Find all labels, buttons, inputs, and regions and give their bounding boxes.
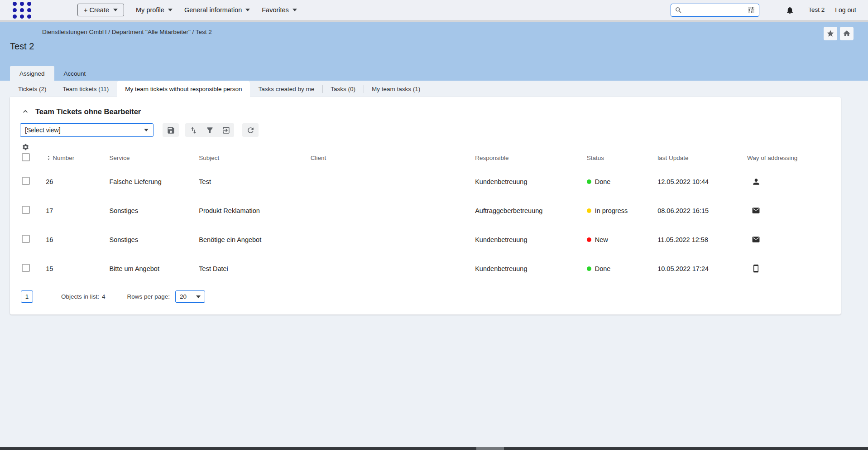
status-dot [587,208,591,213]
save-icon [167,126,175,135]
subtab-tasks-created-by-me[interactable]: Tasks created by me [250,81,322,97]
search-box[interactable] [671,4,759,17]
row-checkbox[interactable] [22,206,30,214]
cell-last-update: 10.05.2022 17:24 [657,254,747,283]
ticket-list-card: Team Tickets ohne Bearbeiter [Select vie… [10,97,841,315]
rows-per-page-select[interactable]: 20 [175,290,205,303]
cell-number: 16 [46,225,109,254]
subtab-my-team-tasks[interactable]: My team tasks (1) [364,81,428,97]
chevron-down-icon [168,9,173,11]
cell-client [311,254,475,283]
menu-favorites[interactable]: Favorites [262,6,297,14]
collapse-section-button[interactable] [21,107,30,116]
column-header-client[interactable]: Client [311,143,475,167]
row-checkbox[interactable] [22,264,30,272]
column-header-service[interactable]: Service [109,143,199,167]
cell-status: New [595,236,608,243]
home-button[interactable] [840,27,854,40]
sort-indicator-icon [46,155,52,161]
sort-button[interactable] [185,123,201,137]
rows-per-page-value: 20 [180,293,187,300]
chevron-up-icon [21,107,30,116]
page-title: Test 2 [10,41,868,52]
status-dot [587,179,591,184]
cell-last-update: 12.05.2022 10:44 [657,167,747,196]
menu-my-profile[interactable]: My profile [136,6,173,14]
table-row[interactable]: 15 Bitte um Angebot Test Datei Kundenbet… [18,254,833,283]
refresh-button[interactable] [242,123,259,137]
cell-client [311,196,475,225]
cell-last-update: 08.06.2022 16:15 [657,196,747,225]
user-name[interactable]: Test 2 [808,6,825,14]
row-checkbox[interactable] [22,235,30,243]
cell-subject: Test [199,167,310,196]
list-footer: 1 Objects in list: 4 Rows per page: 20 [18,290,833,303]
subtab-team-tickets-without-responsible[interactable]: My team tickets without responsible pers… [117,81,250,97]
cell-service: Bitte um Angebot [109,254,199,283]
view-select-value: [Select view] [25,126,61,134]
row-checkbox[interactable] [22,177,30,185]
cell-status: Done [595,178,611,185]
section-title: Team Tickets ohne Bearbeiter [35,107,141,116]
cell-client [311,225,475,254]
favorite-star-button[interactable] [824,27,837,40]
person-icon [752,177,761,186]
filter-icon [206,126,214,135]
top-navbar: + Create My profile General information … [0,0,868,20]
home-icon [843,29,851,38]
objects-in-list-label: Objects in list: [61,293,99,300]
cell-last-update: 11.05.2022 12:58 [657,225,747,254]
view-select[interactable]: [Select view] [20,123,153,137]
horizontal-scrollbar[interactable] [0,447,868,450]
table-row[interactable]: 26 Falsche Lieferung Test Kundenbetreuun… [18,167,833,196]
export-icon [222,126,230,135]
column-header-subject[interactable]: Subject [199,143,310,167]
export-button[interactable] [218,123,234,137]
column-settings-gear-icon[interactable] [22,143,29,151]
table-row[interactable]: 17 Sonstiges Produkt Reklamation Auftrag… [18,196,833,225]
tab-assigned[interactable]: Assigned [10,66,54,81]
column-header-way-of-addressing[interactable]: Way of addressing [747,143,833,167]
chevron-down-icon [113,9,118,11]
page-number-button[interactable]: 1 [21,290,33,303]
chevron-down-icon [144,129,149,131]
cell-number: 15 [46,254,109,283]
create-button-label: + Create [84,6,109,14]
column-header-number[interactable]: Number [46,155,109,161]
cell-service: Falsche Lieferung [109,167,199,196]
menu-general-information-label: General information [184,6,242,14]
mail-icon [752,206,760,215]
column-header-last-update[interactable]: last Update [657,143,747,167]
ticket-table: Number Service Subject Client Responsibl… [18,143,833,283]
chevron-down-icon [293,9,297,11]
tab-account[interactable]: Account [54,66,96,81]
notifications-bell-icon[interactable] [786,6,794,15]
select-all-checkbox[interactable] [22,153,30,161]
menu-favorites-label: Favorites [262,6,289,14]
refresh-icon [246,126,255,135]
create-button[interactable]: + Create [77,4,124,16]
subtab-team-tickets[interactable]: Team tickets (11) [55,81,117,97]
search-input[interactable] [682,7,747,14]
cell-number: 17 [46,196,109,225]
save-view-button[interactable] [163,123,179,137]
cell-status: In progress [595,207,628,214]
subtab-tickets[interactable]: Tickets (2) [10,81,55,97]
column-header-status[interactable]: Status [587,143,658,167]
tune-icon[interactable] [747,6,755,14]
logout-button[interactable]: Log out [835,6,856,14]
menu-general-information[interactable]: General information [184,6,250,14]
subtab-tasks[interactable]: Tasks (0) [322,81,364,97]
ticket-table-body: 26 Falsche Lieferung Test Kundenbetreuun… [18,167,833,283]
cell-responsible: Kundenbetreuung [475,254,586,283]
filter-button[interactable] [201,123,218,137]
horizontal-scrollbar-thumb[interactable] [476,447,504,450]
list-toolbar: [Select view] [20,123,833,137]
cell-status: Done [595,265,611,272]
app-logo-icon[interactable] [13,2,31,19]
breadcrumb[interactable]: Dienstleistungen GmbH / Department "Alle… [42,29,868,35]
chevron-down-icon [245,9,250,11]
column-header-responsible[interactable]: Responsible [475,143,586,167]
rows-per-page-label: Rows per page: [127,293,170,300]
table-row[interactable]: 16 Sonstiges Benötige ein Angebot Kunden… [18,225,833,254]
